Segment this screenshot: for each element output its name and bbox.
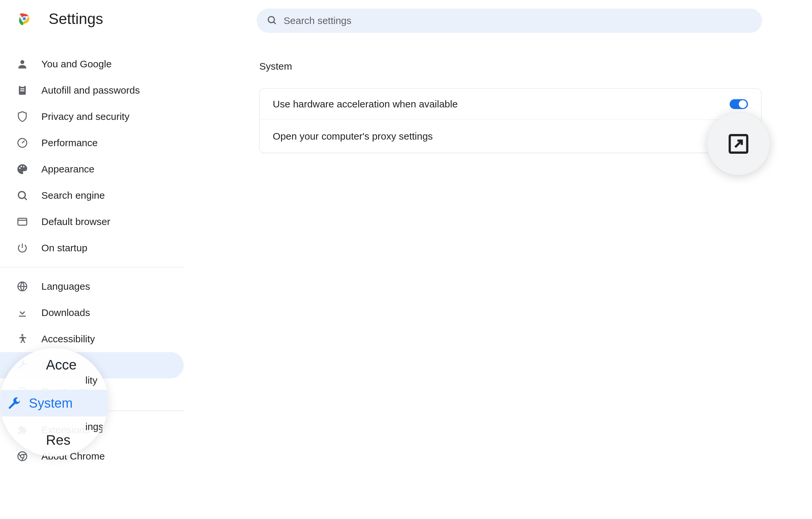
- sidebar-item-appearance[interactable]: Appearance: [0, 156, 184, 182]
- sidebar-item-downloads[interactable]: Downloads: [0, 300, 184, 326]
- page-title: Settings: [49, 10, 103, 28]
- clipboard-icon: [17, 84, 28, 96]
- download-icon: [17, 307, 28, 319]
- svg-point-3: [268, 17, 274, 23]
- sidebar-item-label: Downloads: [41, 307, 90, 318]
- svg-point-12: [21, 166, 22, 167]
- search-icon: [266, 15, 277, 27]
- person-icon: [17, 58, 28, 70]
- sidebar-item-performance[interactable]: Performance: [0, 130, 184, 156]
- toggle-hardware-accel[interactable]: [730, 99, 748, 109]
- settings-row-label: Use hardware acceleration when available: [273, 99, 458, 110]
- sidebar-item-autofill[interactable]: Autofill and passwords: [0, 77, 184, 104]
- shield-icon: [17, 111, 28, 122]
- external-link-icon: [725, 131, 752, 157]
- svg-point-2: [22, 17, 26, 21]
- browser-icon: [17, 216, 28, 228]
- settings-row-proxy[interactable]: Open your computer's proxy settings: [260, 120, 761, 153]
- sidebar-item-label: Privacy and security: [41, 111, 129, 122]
- globe-icon: [17, 280, 28, 292]
- speedometer-icon: [17, 137, 28, 149]
- sidebar-item-label: You and Google: [41, 58, 112, 70]
- chrome-logo-icon: [17, 11, 32, 27]
- search-icon: [17, 190, 28, 201]
- accessibility-icon: [17, 333, 28, 345]
- svg-point-13: [23, 166, 25, 167]
- sidebar-item-privacy[interactable]: Privacy and security: [0, 104, 184, 130]
- sidebar-item-label: On startup: [41, 242, 87, 253]
- sidebar-item-accessibility[interactable]: Accessibility: [0, 326, 184, 352]
- sidebar-item-label: Default browser: [41, 216, 110, 227]
- sidebar-item-label: Search engine: [41, 190, 105, 201]
- svg-point-5: [20, 60, 24, 64]
- settings-card: Use hardware acceleration when available…: [259, 88, 761, 153]
- search-bar[interactable]: [257, 8, 762, 33]
- sidebar-item-languages[interactable]: Languages: [0, 273, 184, 300]
- zoom-row-system: System: [0, 390, 108, 416]
- settings-row-hardware-accel[interactable]: Use hardware acceleration when available: [260, 89, 761, 120]
- sidebar-item-default-browser[interactable]: Default browser: [0, 209, 184, 235]
- sidebar-item-you-and-google[interactable]: You and Google: [0, 51, 184, 77]
- svg-point-11: [19, 167, 21, 169]
- palette-icon: [17, 163, 28, 175]
- settings-row-label: Open your computer's proxy settings: [273, 131, 433, 142]
- sidebar-item-label: Appearance: [41, 164, 94, 175]
- svg-rect-19: [19, 316, 26, 317]
- svg-rect-16: [18, 218, 27, 225]
- sidebar-item-startup[interactable]: On startup: [0, 235, 184, 261]
- svg-rect-8: [20, 88, 24, 89]
- svg-rect-9: [20, 90, 24, 91]
- sidebar-item-label: Accessibility: [41, 333, 95, 345]
- zoom-highlight-proxy-icon: [707, 113, 770, 175]
- sidebar-item-label: Autofill and passwords: [41, 85, 140, 96]
- svg-point-20: [21, 334, 23, 336]
- content-area: System Use hardware acceleration when av…: [259, 61, 761, 153]
- search-input[interactable]: [284, 15, 752, 26]
- sidebar-item-search-engine[interactable]: Search engine: [0, 182, 184, 209]
- svg-rect-7: [20, 85, 24, 87]
- zoom-partial-text: Res: [46, 432, 70, 448]
- sidebar-item-label: Performance: [41, 137, 98, 148]
- sidebar-divider: [0, 267, 184, 267]
- zoom-highlight-sidebar-system: Acce lity System ings Res: [0, 348, 108, 457]
- svg-point-14: [19, 192, 25, 198]
- zoom-label-system: System: [29, 396, 72, 411]
- svg-line-15: [24, 197, 27, 200]
- power-icon: [17, 242, 28, 254]
- svg-line-4: [273, 22, 276, 24]
- wrench-icon: [6, 397, 20, 410]
- zoom-partial-text: lity: [85, 375, 97, 386]
- section-title: System: [259, 61, 761, 72]
- chrome-outline-icon: [17, 450, 28, 462]
- zoom-partial-text: Acce: [46, 357, 77, 373]
- sidebar-item-label: Languages: [41, 281, 90, 292]
